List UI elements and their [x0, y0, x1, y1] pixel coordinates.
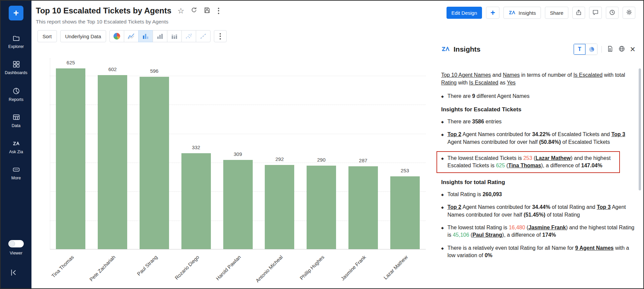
insight-text: There is a relatively even total Rating … — [448, 244, 636, 259]
bar[interactable] — [390, 176, 420, 250]
scatter-plot-icon[interactable] — [181, 30, 196, 42]
x-axis-label: Pete Zachariah — [88, 254, 116, 282]
history-button[interactable] — [606, 7, 619, 19]
insights-text-view-toggle[interactable]: T — [574, 44, 585, 55]
insights-chart-view-toggle[interactable] — [585, 44, 597, 55]
bullet-diamond-icon: ◆ — [441, 204, 444, 219]
bar[interactable] — [140, 77, 169, 249]
edit-design-button[interactable]: Edit Design — [447, 7, 482, 19]
star-icon: ☆ — [177, 7, 184, 15]
close-icon: × — [630, 45, 635, 54]
insights-scrollbar[interactable] — [639, 58, 641, 282]
insight-item: ◆Total Rating is 260,093 — [441, 191, 636, 198]
bar-value-label: 625 — [50, 60, 92, 65]
save-button[interactable] — [204, 7, 211, 15]
viewer-toggle[interactable] — [8, 240, 24, 247]
bullet-diamond-icon: ◆ — [441, 93, 444, 100]
comments-button[interactable] — [589, 7, 602, 19]
report-description: This report shows the Top 10 Escalated T… — [36, 19, 168, 25]
kebab-menu-icon — [218, 32, 222, 41]
insight-text: There are 9 different Agent Names — [448, 93, 530, 100]
collapse-arrow-icon — [9, 272, 18, 278]
zia-logo-icon — [441, 44, 450, 55]
sidebar-item-reports[interactable]: Reports — [1, 87, 31, 102]
refresh-button[interactable] — [190, 7, 197, 15]
bar-value-label: 602 — [92, 66, 134, 72]
share-button[interactable]: Share — [545, 7, 568, 19]
chart-type-switcher — [109, 30, 211, 42]
bar[interactable] — [223, 160, 253, 249]
underlying-data-button[interactable]: Underlying Data — [60, 30, 106, 42]
favorite-star-button[interactable]: ☆ — [177, 7, 184, 15]
zia-logo-icon — [12, 139, 20, 147]
bar-chart-icon[interactable] — [138, 30, 153, 42]
collapse-sidebar-button[interactable] — [9, 268, 18, 278]
chart-toolbar: Sort Underlying Data — [37, 30, 227, 42]
sidebar-item-label: Data — [12, 123, 20, 128]
bar[interactable] — [307, 166, 336, 249]
stacked-bar-icon[interactable] — [167, 30, 182, 42]
divider — [601, 46, 602, 53]
settings-gear-icon — [626, 9, 633, 17]
dashboard-grid-icon — [12, 60, 20, 68]
bubble-chart-icon[interactable] — [196, 30, 211, 42]
sidebar-item-more[interactable]: More — [1, 166, 31, 180]
create-new-button[interactable]: + — [9, 6, 23, 20]
insight-section-heading: Insights for total Rating — [441, 179, 636, 186]
refresh-icon — [190, 7, 197, 15]
comment-icon — [592, 9, 599, 17]
x-axis-label: Jasmine Frank — [340, 254, 367, 282]
bar[interactable] — [98, 75, 127, 249]
clustered-bar-icon[interactable] — [153, 30, 167, 42]
app-window: + Explorer Dashboards Reports Data — [0, 0, 644, 289]
bar[interactable] — [265, 165, 294, 249]
bullet-diamond-icon: ◆ — [441, 118, 444, 125]
insight-text: Top 2 Agent Names contributed for 34.22%… — [448, 131, 636, 146]
zia-logo-icon — [508, 9, 516, 17]
bullet-diamond-icon: ◆ — [441, 191, 444, 198]
title-more-options-button[interactable] — [217, 6, 221, 15]
export-button[interactable] — [572, 7, 585, 19]
sidebar-item-dashboards[interactable]: Dashboards — [1, 60, 31, 75]
insights-view-switcher: T — [573, 44, 597, 55]
settings-button[interactable] — [623, 7, 635, 19]
pie-report-icon — [12, 87, 20, 95]
insight-text: Top 2 Agent Names contributed for 34.44%… — [448, 204, 636, 219]
bar[interactable] — [348, 166, 378, 249]
insights-close-button[interactable]: × — [629, 44, 636, 55]
pie-chart-icon[interactable] — [109, 30, 124, 42]
pie-chart-icon — [589, 47, 594, 52]
insight-item: ◆Top 2 Agent Names contributed for 34.44… — [441, 204, 636, 219]
more-ellipsis-icon — [12, 166, 20, 173]
folder-icon — [12, 34, 20, 42]
header-actions: Edit Design + Insights Share — [447, 7, 635, 19]
sort-button[interactable]: Sort — [37, 30, 57, 42]
bar-value-label: 292 — [259, 156, 301, 162]
sidebar-item-explorer[interactable]: Explorer — [1, 34, 31, 49]
sidebar-item-ask-zia[interactable]: Ask Zia — [1, 139, 31, 154]
bar[interactable] — [181, 153, 211, 249]
insights-title: Insights — [454, 45, 481, 53]
insights-document-button[interactable] — [606, 45, 614, 54]
line-chart-icon[interactable] — [124, 30, 139, 42]
insight-text: Total Rating is 260,093 — [448, 191, 502, 198]
export-icon — [575, 9, 582, 17]
insights-publish-button[interactable] — [618, 45, 626, 54]
sidebar-item-data[interactable]: Data — [1, 113, 31, 128]
add-button[interactable]: + — [486, 7, 499, 19]
document-icon — [607, 45, 614, 53]
text-view-icon: T — [578, 46, 581, 52]
scrollbar-thumb[interactable] — [639, 68, 641, 190]
bullet-diamond-icon: ◆ — [441, 244, 444, 259]
insights-tools: T × — [573, 44, 636, 55]
toolbar-more-options-button[interactable] — [214, 30, 227, 42]
sidebar-item-label: Dashboards — [5, 70, 27, 75]
x-axis-label: Tina Thomas — [50, 254, 75, 279]
bar[interactable] — [56, 68, 85, 249]
kebab-menu-icon — [217, 6, 221, 15]
insights-button[interactable]: Insights — [503, 7, 541, 19]
insight-text: Insights for Escalated Tickets — [441, 106, 521, 113]
plus-icon: + — [13, 8, 19, 18]
save-icon — [204, 7, 211, 15]
insights-button-label: Insights — [518, 10, 536, 16]
